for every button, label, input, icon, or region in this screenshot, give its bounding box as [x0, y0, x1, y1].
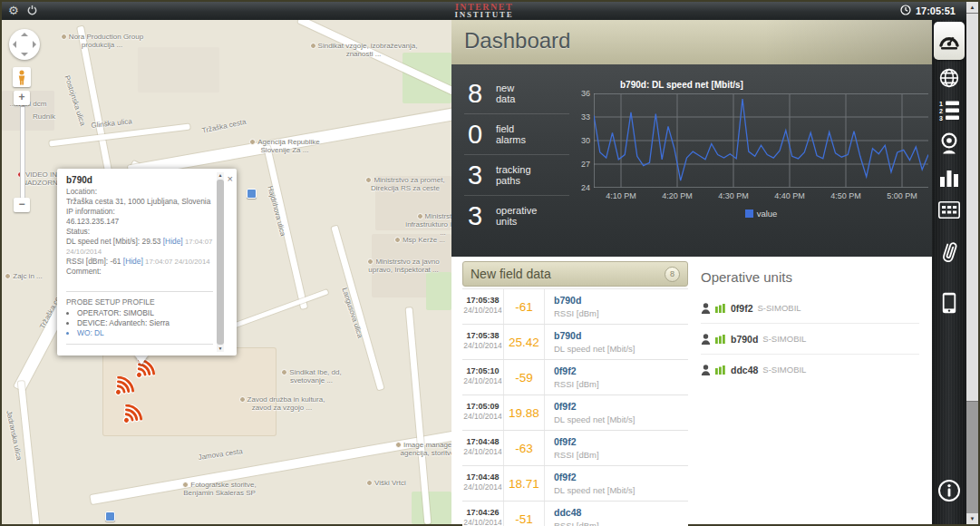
pan-up-icon[interactable] — [21, 33, 28, 36]
sidebar-item-network[interactable] — [932, 67, 966, 93]
mobile-device-icon — [942, 292, 956, 314]
stat-new-data[interactable]: 8new data — [464, 73, 569, 114]
stat-operative-units[interactable]: 3operative units — [464, 196, 569, 236]
new-field-data-panel: New field data 8 17:05:3824/10/2014-61b7… — [462, 261, 688, 526]
stats-list: 8new data0field alarms3tracking paths3op… — [464, 73, 569, 236]
popup-dl-line: DL speed net [Mbit/s]: 29.53 [Hide] 17:0… — [66, 237, 213, 257]
sidebar-item-attachments[interactable] — [932, 239, 966, 268]
field-data-row[interactable]: 17:04:2624/10/2014-51ddc48RSSI [dBm] — [462, 502, 688, 526]
map-info-popup: × ▲ ▼ b790d Location: Tržaška cesta 31, … — [57, 169, 237, 356]
popup-label: IP information: — [66, 207, 213, 217]
field-data-row[interactable]: 17:05:0924/10/201419.880f9f2DL speed net… — [462, 395, 688, 431]
y-tick-label: 33 — [567, 112, 590, 122]
probe-marker-icon[interactable] — [109, 376, 134, 399]
dashboard-header: Dashboard — [451, 20, 932, 65]
popup-scrollbar[interactable]: ▲ ▼ — [217, 172, 224, 352]
popup-label: Comment: — [66, 267, 213, 277]
probe-marker-icon[interactable] — [117, 404, 142, 427]
globe-icon — [938, 67, 960, 89]
x-tick-label: 4:10 PM — [598, 191, 644, 200]
y-tick-label: 27 — [567, 160, 590, 169]
pan-right-icon[interactable] — [33, 41, 36, 48]
brand-logo: INTERNET INSTITUTE — [2, 3, 966, 19]
field-data-row[interactable]: 17:05:1024/10/2014-590f9f2RSSI [dBm] — [462, 360, 688, 395]
sidebar-item-mobile[interactable] — [932, 292, 966, 317]
scroll-down-icon[interactable]: ▼ — [217, 346, 224, 352]
field-data-row[interactable]: 17:04:4824/10/201418.710f9f2DL speed net… — [462, 466, 688, 502]
poi-dot-icon — [366, 480, 373, 486]
sidebar-item-info[interactable] — [932, 479, 966, 506]
map-poi-label: Ministrstvo za infrastrukturo in prostor… — [404, 212, 451, 237]
sidebar-item-dashboard[interactable] — [934, 22, 965, 60]
stat-field-alarms[interactable]: 0field alarms — [464, 114, 569, 155]
sidebar-item-probe[interactable] — [932, 132, 966, 159]
scrollbar-thumb[interactable] — [966, 13, 978, 402]
pegman-icon — [17, 70, 26, 85]
map-park — [412, 492, 451, 524]
scroll-up-icon[interactable]: ▲ — [966, 2, 978, 13]
map-area — [138, 47, 219, 93]
map-poi-label: Image management agencija, storitve ... — [390, 441, 451, 457]
map-poi-label: Agencija Republike Slovenije Za ... — [239, 138, 330, 154]
popup-tail — [134, 355, 149, 365]
sidebar-item-list[interactable]: 123 — [932, 100, 966, 124]
chart-legend: value — [594, 209, 928, 219]
sidebar-item-charts[interactable] — [932, 167, 966, 190]
map-poi-label: Msp Kerže ... — [393, 236, 446, 244]
map-poi-label: Ministrstvo za promet, Direkcija RS za c… — [361, 176, 450, 192]
x-tick-label: 4:20 PM — [655, 191, 700, 200]
scroll-down-icon[interactable]: ▼ — [966, 513, 978, 524]
streetview-pegman[interactable] — [13, 67, 31, 87]
x-tick-label: 4:30 PM — [711, 191, 756, 200]
data-table-icon — [938, 201, 960, 219]
poi-dot-icon — [417, 213, 423, 219]
hide-link[interactable]: [Hide] — [123, 257, 143, 266]
poi-dot-icon — [249, 139, 256, 145]
signal-bars-icon — [715, 365, 726, 375]
map-pan-control[interactable] — [9, 29, 40, 60]
transit-stop-icon[interactable] — [105, 511, 115, 521]
poi-dot-icon — [310, 43, 316, 49]
scrollbar-thumb[interactable] — [217, 180, 224, 345]
poi-dot-icon — [182, 482, 189, 488]
close-icon[interactable]: × — [228, 173, 233, 184]
transit-stop-icon[interactable] — [247, 189, 257, 199]
new-field-data-header: New field data 8 — [462, 261, 688, 287]
count-badge: 8 — [665, 267, 680, 282]
poi-dot-icon — [239, 396, 246, 403]
pan-down-icon[interactable] — [21, 53, 28, 56]
window-scrollbar[interactable]: ▲ ▼ — [966, 2, 978, 524]
pan-left-icon[interactable] — [13, 41, 16, 48]
stat-tracking-paths[interactable]: 3tracking paths — [464, 155, 569, 196]
map-poi-label: Zavod družba in kultura, zavod za vzgojo… — [232, 395, 332, 412]
map-street-label: Jadranska ulica — [5, 410, 23, 461]
scroll-up-icon[interactable]: ▲ — [217, 172, 224, 179]
sidebar-item-data-table[interactable] — [932, 201, 966, 222]
popup-list-item[interactable]: WO: DL — [77, 328, 213, 338]
person-icon — [701, 303, 711, 314]
signal-bars-icon — [715, 304, 726, 313]
legend-swatch-icon — [745, 209, 753, 218]
unit-row[interactable]: 0f9f2S-SIMOBIL — [701, 293, 919, 324]
field-data-row[interactable]: 17:05:3824/10/201425.42b790dDL speed net… — [462, 325, 688, 360]
road — [49, 124, 190, 147]
zoom-slider[interactable] — [20, 106, 25, 199]
field-data-row[interactable]: 17:05:3824/10/2014-61b790dRSSI [dBm] — [462, 289, 688, 325]
hide-link[interactable]: [Hide] — [163, 237, 183, 246]
field-data-row[interactable]: 17:04:4824/10/2014-630f9f2RSSI [dBm] — [462, 431, 688, 466]
poi-dot-icon — [365, 177, 372, 183]
zoom-out-button[interactable]: − — [14, 198, 30, 212]
map-street-label: Rudnik — [33, 112, 55, 121]
units-list: 0f9f2S-SIMOBILb790dS-SIMOBILddc48S-SIMOB… — [701, 293, 919, 385]
svg-text:3: 3 — [939, 115, 943, 121]
map-poi-label: Fotografske storitve, Benjamin Skaleras … — [169, 481, 270, 497]
zoom-in-button[interactable]: + — [14, 91, 30, 105]
map-park — [426, 272, 451, 310]
signal-bars-icon — [715, 335, 726, 344]
x-tick-label: 4:50 PM — [823, 191, 868, 200]
map-poi-label: Zajc in ... — [2, 272, 45, 280]
unit-row[interactable]: b790dS-SIMOBIL — [701, 324, 919, 355]
unit-row[interactable]: ddc48S-SIMOBIL — [701, 355, 919, 385]
panel-title: New field data — [471, 267, 665, 281]
map[interactable]: Nora Production Group produkcija ...Sind… — [2, 20, 451, 524]
